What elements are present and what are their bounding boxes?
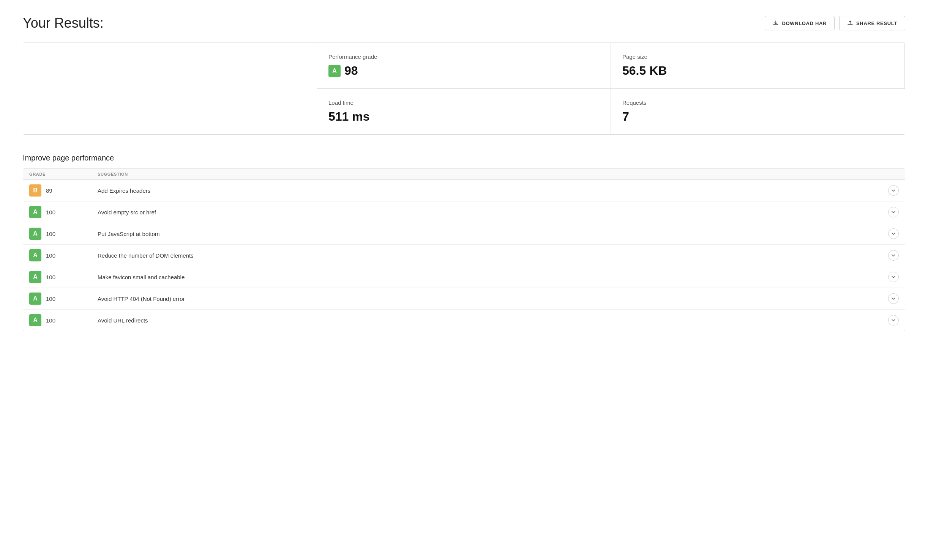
- page-title: Your Results:: [23, 15, 757, 31]
- col-header-suggestion: Suggestion: [98, 172, 880, 176]
- table-row: A 100 Avoid HTTP 404 (Not Found) error: [23, 288, 905, 310]
- expand-button[interactable]: [888, 207, 899, 217]
- chevron-down-icon: [892, 276, 895, 278]
- chevron-down-icon: [892, 254, 895, 256]
- row-grade-cell: A 100: [29, 228, 98, 240]
- row-score: 100: [46, 274, 55, 280]
- row-grade-badge: A: [29, 293, 41, 305]
- row-score: 100: [46, 317, 55, 324]
- page-size-label: Page size: [622, 53, 893, 60]
- metric-load-time: Load time 511 ms: [317, 89, 611, 134]
- row-grade-badge: B: [29, 184, 41, 197]
- screenshot-cell: [23, 43, 317, 134]
- chevron-down-icon: [892, 189, 895, 192]
- performance-grade-label: Performance grade: [328, 53, 599, 60]
- grade-badge-a: A: [328, 65, 341, 77]
- improve-title: Improve page performance: [23, 154, 905, 162]
- expand-button[interactable]: [888, 185, 899, 196]
- results-grid: Performance grade A 98 Page size 56.5 KB…: [23, 42, 905, 135]
- row-suggestion: Put JavaScript at bottom: [98, 231, 880, 237]
- requests-label: Requests: [622, 99, 893, 106]
- row-grade-badge: A: [29, 314, 41, 326]
- share-result-button[interactable]: Share Result: [839, 16, 905, 30]
- header-buttons: Download HAR Share Result: [765, 16, 905, 30]
- row-grade-badge: A: [29, 228, 41, 240]
- table-row: B 89 Add Expires headers: [23, 180, 905, 201]
- table-row: A 100 Make favicon small and cacheable: [23, 266, 905, 288]
- row-suggestion: Reduce the number of DOM elements: [98, 252, 880, 259]
- row-grade-badge: A: [29, 206, 41, 218]
- expand-button[interactable]: [888, 315, 899, 326]
- table-row: A 100 Avoid URL redirects: [23, 310, 905, 331]
- row-score: 100: [46, 231, 55, 237]
- metric-performance-grade: Performance grade A 98: [317, 43, 611, 89]
- page-size-value: 56.5 KB: [622, 64, 893, 78]
- share-result-label: Share Result: [856, 20, 897, 26]
- download-har-label: Download HAR: [782, 20, 827, 26]
- table-row: A 100 Reduce the number of DOM elements: [23, 245, 905, 266]
- suggestions-rows: B 89 Add Expires headers A 100 Avoid emp…: [23, 180, 905, 331]
- row-suggestion: Avoid HTTP 404 (Not Found) error: [98, 296, 880, 302]
- download-har-button[interactable]: Download HAR: [765, 16, 835, 30]
- expand-button[interactable]: [888, 293, 899, 304]
- row-grade-cell: A 100: [29, 249, 98, 261]
- expand-button[interactable]: [888, 250, 899, 261]
- col-header-grade: Grade: [29, 172, 98, 176]
- performance-score: 98: [344, 64, 358, 78]
- chevron-down-icon: [892, 211, 895, 213]
- row-grade-cell: B 89: [29, 184, 98, 197]
- expand-button[interactable]: [888, 228, 899, 239]
- load-time-label: Load time: [328, 99, 599, 106]
- requests-value: 7: [622, 110, 893, 124]
- download-icon: [773, 20, 779, 26]
- row-suggestion: Add Expires headers: [98, 187, 880, 194]
- share-icon: [847, 20, 853, 26]
- row-score: 100: [46, 209, 55, 216]
- improve-section: Improve page performance Grade Suggestio…: [23, 154, 905, 331]
- row-score: 100: [46, 296, 55, 302]
- table-header: Grade Suggestion: [23, 169, 905, 180]
- row-grade-cell: A 100: [29, 293, 98, 305]
- row-suggestion: Avoid empty src or href: [98, 209, 880, 216]
- chevron-down-icon: [892, 319, 895, 321]
- row-grade-badge: A: [29, 271, 41, 283]
- chevron-down-icon: [892, 297, 895, 300]
- row-grade-cell: A 100: [29, 314, 98, 326]
- row-grade-cell: A 100: [29, 206, 98, 218]
- row-score: 100: [46, 252, 55, 259]
- load-time-value: 511 ms: [328, 110, 599, 124]
- expand-button[interactable]: [888, 272, 899, 282]
- metric-page-size: Page size 56.5 KB: [611, 43, 905, 89]
- chevron-down-icon: [892, 233, 895, 235]
- suggestions-table: Grade Suggestion B 89 Add Expires header…: [23, 168, 905, 331]
- performance-grade-value: A 98: [328, 64, 599, 78]
- row-score: 89: [46, 187, 52, 194]
- row-suggestion: Avoid URL redirects: [98, 317, 880, 324]
- header-row: Your Results: Download HAR Share Result: [23, 15, 905, 31]
- metric-requests: Requests 7: [611, 89, 905, 134]
- row-grade-badge: A: [29, 249, 41, 261]
- table-row: A 100 Put JavaScript at bottom: [23, 223, 905, 245]
- row-suggestion: Make favicon small and cacheable: [98, 274, 880, 280]
- table-row: A 100 Avoid empty src or href: [23, 201, 905, 223]
- row-grade-cell: A 100: [29, 271, 98, 283]
